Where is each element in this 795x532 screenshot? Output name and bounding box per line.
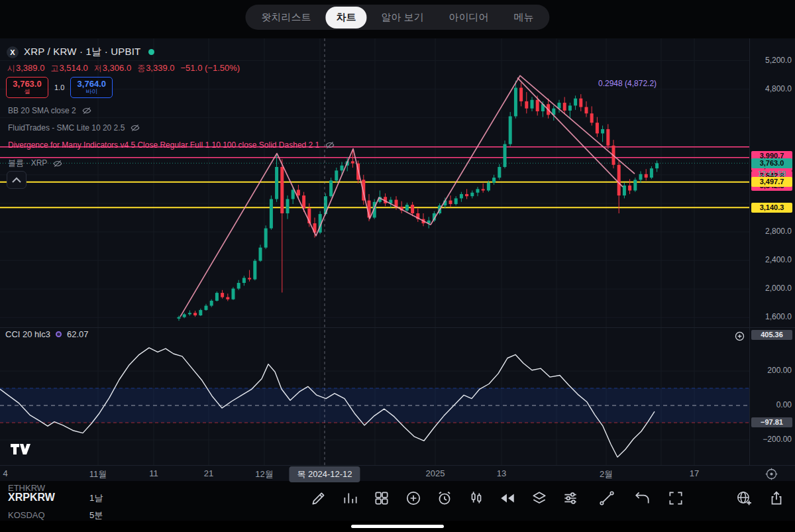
- indicator-label[interactable]: 볼륨 · XRP: [8, 158, 47, 169]
- indicator-row-volume: 볼륨 · XRP: [8, 158, 64, 169]
- cci-label[interactable]: CCI 20 hlc3: [5, 329, 50, 339]
- top-strip: 왓치리스트 차트 알아 보기 아이디어 메뉴: [0, 0, 795, 38]
- cci-value: 62.07: [67, 329, 89, 339]
- scroll-to-realtime-icon[interactable]: [765, 467, 778, 481]
- cci-top-badge: 405.36: [751, 330, 792, 340]
- nav-tab-watchlist[interactable]: 왓치리스트: [250, 7, 321, 28]
- time-axis-label: 21: [204, 468, 213, 478]
- tradingview-logo[interactable]: [9, 441, 30, 457]
- nav-tab-ideas[interactable]: 아이디어: [439, 7, 500, 28]
- ohlc-low: 저3,306.0: [94, 63, 131, 74]
- indicators-icon[interactable]: [342, 490, 359, 507]
- xrp-logo-icon: X: [7, 46, 19, 58]
- time-axis[interactable]: 411월112112월2025132월17: [0, 467, 795, 481]
- close-label: 종: [137, 64, 145, 73]
- high-label: 고: [50, 64, 58, 73]
- nav-tab-chart[interactable]: 차트: [325, 7, 366, 28]
- time-axis-label: 2025: [426, 468, 445, 478]
- buy-price: 3,764.0: [78, 80, 106, 89]
- price-axis-label: 2,400.0: [752, 255, 792, 264]
- crosshair-date-label: 목 2024-12-12: [289, 466, 360, 482]
- eye-off-icon[interactable]: [81, 106, 93, 115]
- ohlc-row: 시3,389.0 고3,514.0 저3,306.0 종3,339.0 −51.…: [7, 63, 240, 74]
- trade-buttons: 3,763.0 셀 1.0 3,764.0 바이: [6, 77, 113, 98]
- alert-icon[interactable]: [436, 490, 453, 507]
- close-value: 3,339.0: [146, 63, 174, 73]
- main-nav: 왓치리스트 차트 알아 보기 아이디어 메뉴: [245, 5, 549, 30]
- draw-icon[interactable]: [310, 490, 327, 507]
- buy-label: 바이: [85, 89, 97, 95]
- candles-icon[interactable]: [468, 490, 485, 507]
- nav-tab-explore[interactable]: 알아 보기: [370, 7, 434, 28]
- indicator-row-smc: FluidTrades - SMC Lite 10 20 2.5: [8, 123, 141, 133]
- indicator-label[interactable]: Divergence for Many Indicators v4 5 Clos…: [8, 140, 319, 150]
- low-value: 3,306.0: [103, 63, 131, 73]
- layout-grid-icon[interactable]: [373, 490, 390, 507]
- tune-icon[interactable]: [562, 490, 579, 507]
- bottom-toolbar: [0, 488, 795, 511]
- sell-price: 3,763.0: [13, 80, 41, 89]
- chart-canvas[interactable]: [0, 38, 795, 481]
- indicator-label[interactable]: BB 20 SMA close 2: [8, 106, 76, 115]
- price-axis-label: 1,600.0: [752, 312, 792, 321]
- time-axis-label: 13: [497, 468, 506, 478]
- price-axis-label: 5,200.0: [752, 56, 792, 65]
- ohlc-open: 시3,389.0: [7, 63, 44, 74]
- sell-button[interactable]: 3,763.0 셀: [6, 77, 48, 98]
- open-label: 시: [7, 64, 15, 73]
- symbol-header[interactable]: X XRP / KRW · 1날 · UPBIT: [7, 46, 154, 58]
- fullscreen-icon[interactable]: [667, 490, 684, 507]
- eye-off-icon[interactable]: [52, 159, 64, 168]
- layers-icon[interactable]: [531, 490, 548, 507]
- eye-off-icon[interactable]: [129, 123, 141, 133]
- add-alert-icon[interactable]: [734, 331, 745, 342]
- ohlc-change: −51.0 (−1.50%): [181, 63, 240, 74]
- indicator-row-divergence: Divergence for Many Indicators v4 5 Clos…: [8, 140, 336, 150]
- ohlc-high: 고3,514.0: [50, 63, 87, 74]
- eye-off-icon[interactable]: [324, 140, 336, 150]
- time-axis-label: 17: [690, 468, 699, 478]
- price-axis-label: 4,800.0: [752, 84, 792, 93]
- cci-color-dot: [56, 331, 62, 337]
- price-axis-label: 2,000.0: [752, 284, 792, 293]
- cci-axis-label: −200.00: [752, 435, 792, 444]
- sell-label: 셀: [25, 89, 30, 95]
- indicator-row-bb: BB 20 SMA close 2: [8, 106, 93, 115]
- indicator-label[interactable]: FluidTrades - SMC Lite 10 20 2.5: [8, 123, 125, 133]
- undo-icon[interactable]: [634, 490, 651, 507]
- price-axis[interactable]: 3,990.7 3,990.7 3,842.8 3,842.8 3,763.0 …: [751, 38, 795, 466]
- watchlist-symbol[interactable]: KOSDAQ: [8, 510, 45, 520]
- globe-add-icon[interactable]: [735, 490, 753, 507]
- price-level-badge: 3,497.7: [751, 177, 792, 187]
- ohlc-close: 종3,339.0: [137, 63, 174, 74]
- share-icon[interactable]: [768, 490, 785, 507]
- trendline-icon[interactable]: [598, 490, 615, 507]
- fib-level-annotation: 0.2948 (4,872.2): [598, 79, 657, 88]
- collapse-legend-button[interactable]: [7, 171, 26, 189]
- symbol-title[interactable]: XRP / KRW · 1날 · UPBIT: [24, 46, 140, 58]
- time-axis-label: 11월: [89, 468, 107, 480]
- time-axis-label: 2월: [600, 468, 613, 480]
- add-circle-icon[interactable]: [405, 490, 422, 507]
- home-indicator: [351, 525, 444, 528]
- buy-button[interactable]: 3,764.0 바이: [70, 77, 113, 98]
- current-price-badge: 3,763.0: [751, 158, 792, 168]
- replay-icon[interactable]: [499, 490, 516, 507]
- price-level-badge: 3,140.3: [751, 203, 792, 213]
- cci-axis-label: 0.00: [752, 400, 792, 409]
- open-value: 3,389.0: [16, 63, 44, 73]
- cci-axis-label: 200.00: [752, 366, 792, 375]
- low-label: 저: [94, 64, 102, 73]
- cci-header: CCI 20 hlc3 62.07: [5, 329, 88, 339]
- cci-low-badge: −97.81: [751, 417, 792, 427]
- nav-tab-menu[interactable]: 메뉴: [504, 7, 545, 28]
- high-value: 3,514.0: [59, 63, 87, 73]
- spread-value: 1.0: [54, 83, 64, 91]
- market-open-dot: [148, 49, 154, 55]
- time-axis-label: 11: [149, 468, 158, 478]
- time-axis-label: 12월: [255, 468, 273, 480]
- price-axis-label: 2,800.0: [752, 227, 792, 236]
- time-axis-label: 4: [3, 468, 7, 478]
